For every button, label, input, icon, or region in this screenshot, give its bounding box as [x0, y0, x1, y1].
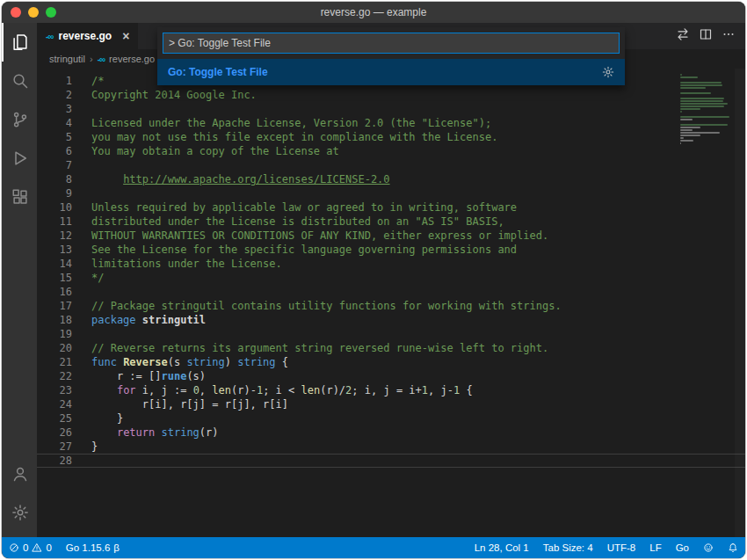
line-number: 1: [37, 74, 72, 88]
more-actions-button[interactable]: [717, 23, 740, 49]
indentation-status[interactable]: Tab Size: 4: [536, 537, 600, 558]
minimap-line: [680, 98, 724, 99]
gear-icon[interactable]: [602, 66, 614, 78]
code-text: Unless required by applicable law or agr…: [91, 200, 517, 215]
search-icon: [11, 72, 29, 90]
quick-pick-item[interactable]: Go: Toggle Test File: [157, 59, 625, 85]
open-changes-button[interactable]: [671, 23, 694, 49]
minimap-line: [680, 140, 693, 142]
minimap-line: [680, 95, 733, 97]
line-number: 6: [37, 144, 72, 158]
traffic-lights: [11, 2, 56, 23]
eol-status[interactable]: LF: [642, 537, 668, 558]
minimap-line: [680, 111, 682, 113]
gear-icon: [11, 504, 29, 521]
accounts-button[interactable]: [2, 455, 37, 493]
account-icon: [11, 465, 29, 483]
zoom-button[interactable]: [46, 7, 56, 18]
code-text: http://www.apache.org/licenses/LICENSE-2…: [91, 172, 390, 186]
minimap-line: [680, 90, 733, 91]
line-number: 10: [37, 200, 72, 215]
minimap-line: [680, 145, 733, 147]
code-text: for i, j := 0, len(r)-1; i < len(r)/2; i…: [91, 383, 473, 397]
language-mode-status[interactable]: Go: [669, 537, 696, 558]
minimap-line: [680, 135, 700, 136]
code-line: 27}: [37, 440, 745, 454]
minimap-line: [680, 119, 693, 120]
minimap-line: [680, 84, 722, 86]
line-number: 23: [37, 383, 72, 397]
line-number: 7: [37, 158, 72, 172]
vertical-scrollbar[interactable]: [735, 69, 745, 537]
more-icon: [722, 27, 736, 45]
beta-icon: β: [113, 542, 120, 553]
code-line: 13See the License for the specific langu…: [37, 243, 745, 257]
code-line: 7: [37, 158, 745, 172]
code-line: 12WITHOUT WARRANTIES OR CONDITIONS OF AN…: [37, 229, 745, 243]
code-line: 2Copyright 2014 Google Inc.: [37, 88, 745, 102]
go-file-icon: -∞: [98, 55, 105, 64]
close-button[interactable]: [11, 7, 21, 18]
command-palette-input[interactable]: [163, 33, 620, 54]
line-number: 18: [37, 313, 72, 327]
minimap-line: [680, 129, 693, 131]
cursor-position-status[interactable]: Ln 28, Col 1: [468, 537, 536, 558]
code-line: 5you may not use this file except in com…: [37, 130, 745, 144]
code-text: limitations under the License.: [91, 257, 282, 271]
minimap-line: [680, 105, 724, 107]
code-text: return string(r): [91, 425, 219, 440]
breadcrumb-item[interactable]: stringutil: [49, 54, 85, 64]
breadcrumb-item[interactable]: reverse.go: [109, 54, 155, 64]
source-control-button[interactable]: [2, 100, 37, 139]
minimize-button[interactable]: [28, 7, 39, 18]
code-editor[interactable]: 1/*2Copyright 2014 Google Inc.34Licensed…: [37, 69, 745, 537]
code-line: 18package stringutil: [37, 313, 745, 327]
extensions-button[interactable]: [2, 178, 37, 216]
close-tab-icon[interactable]: ×: [122, 29, 129, 43]
explorer-button[interactable]: [2, 23, 37, 62]
code-text: // Reverse returns its argument string r…: [91, 341, 548, 355]
code-text: you may not use this file except in comp…: [91, 130, 497, 144]
code-line: 4Licensed under the Apache License, Vers…: [37, 116, 745, 130]
code-text: Copyright 2014 Google Inc.: [91, 88, 257, 102]
minimap-line: [680, 121, 733, 123]
minimap-line: [680, 103, 728, 105]
code-line: 8 http://www.apache.org/licenses/LICENSE…: [37, 172, 745, 186]
code-line: 9: [37, 186, 745, 200]
minimap-line: [680, 116, 729, 118]
encoding-status[interactable]: UTF-8: [600, 537, 643, 558]
code-line: 14limitations under the License.: [37, 257, 745, 271]
go-version-status[interactable]: Go 1.15.6β: [59, 537, 127, 558]
run-debug-button[interactable]: [2, 139, 37, 178]
code-line: 21func Reverse(s string) string {: [37, 355, 745, 369]
code-line: 24 r[i], r[j] = r[j], r[i]: [37, 397, 745, 411]
error-icon: [9, 542, 19, 553]
code-area: 1/*2Copyright 2014 Google Inc.34Licensed…: [37, 69, 745, 468]
editor-group: -∞reverse.go× stringutil›-∞reverse.go 1/…: [37, 23, 745, 537]
tab-label: reverse.go: [58, 30, 112, 42]
code-text: See the License for the specific languag…: [91, 243, 517, 257]
tab-reverse.go[interactable]: -∞reverse.go×: [37, 23, 138, 49]
line-number: 2: [37, 88, 72, 102]
line-number: 27: [37, 440, 72, 454]
line-number: 4: [37, 116, 72, 130]
minimap[interactable]: [680, 74, 733, 148]
code-text: }: [91, 440, 98, 454]
minimap-line: [680, 87, 706, 89]
split-editor-button[interactable]: [694, 23, 717, 49]
extensions-icon: [11, 188, 29, 206]
feedback-status[interactable]: [696, 537, 721, 558]
code-text: WITHOUT WARRANTIES OR CONDITIONS OF ANY …: [91, 229, 548, 243]
notifications-status[interactable]: [721, 537, 745, 558]
problems-status[interactable]: 00: [2, 537, 59, 558]
minimap-line: [680, 100, 723, 102]
warning-icon: [32, 542, 42, 553]
manage-button[interactable]: [2, 493, 37, 532]
minimap-line: [680, 74, 682, 76]
minimap-line: [680, 137, 684, 139]
code-line: 16: [37, 285, 745, 299]
code-line: 3: [37, 102, 745, 116]
code-text: }: [91, 411, 123, 425]
search-button[interactable]: [2, 62, 37, 100]
files-icon: [11, 33, 29, 51]
